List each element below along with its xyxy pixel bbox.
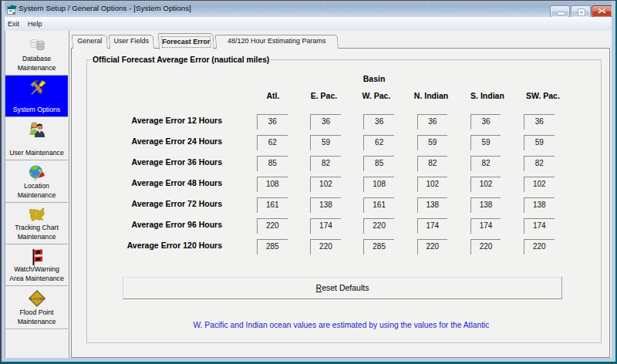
svg-text:FLOODED: FLOODED	[29, 297, 44, 301]
